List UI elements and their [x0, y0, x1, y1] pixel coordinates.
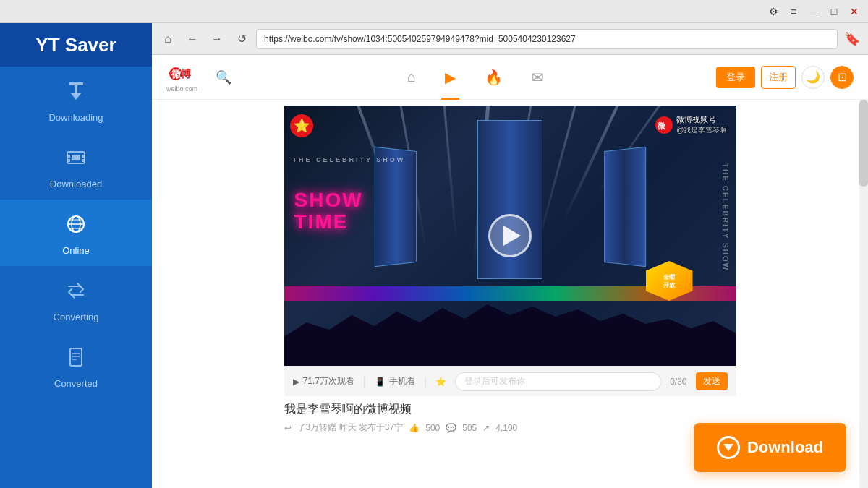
send-button[interactable]: 发送 — [696, 372, 728, 390]
weibo-exit-button[interactable]: ⊡ — [830, 66, 854, 89]
meta-share-icon: ↗ — [482, 423, 490, 433]
sidebar-item-downloading[interactable]: Downloading — [0, 67, 152, 133]
svg-rect-8 — [72, 155, 80, 160]
video-container: THE CELEBRITY SHOW SHOW TIME THE CELEBRI… — [284, 106, 736, 396]
sidebar: YT Saver Downloading — [0, 23, 152, 488]
weibo-nav-home[interactable]: ⌂ — [404, 55, 420, 100]
mobile-view[interactable]: 📱 手机看 — [375, 375, 415, 388]
meta-text: 了3万转赠 昨天 发布于37宁 — [297, 421, 404, 434]
refresh-button[interactable]: ↺ — [231, 29, 252, 49]
converting-label: Converting — [54, 312, 99, 322]
weibo-login-button[interactable]: 登录 — [716, 67, 755, 88]
browser-page: 微 博 weibo.com 🔍 ⌂ ▶ 🔥 ✉ 登录 注册 🌙 — [152, 55, 868, 488]
main-content: ⌂ ← → ↺ https://weibo.com/tv/show/1034:5… — [152, 23, 868, 488]
svg-rect-7 — [82, 159, 85, 162]
weibo-video-badge: 微 微博视频号 @我是李雪琴啊 — [655, 114, 727, 135]
video-meta: ↩ 了3万转赠 昨天 发布于37宁 👍 500 💬 505 ↗ 4,100 — [284, 421, 736, 434]
svg-text:微: 微 — [657, 121, 666, 130]
meta-likes: 500 — [425, 423, 440, 433]
video-controls: ▶ 71.7万次观看 | 📱 手机看 | ⭐ 登录后可 — [284, 366, 736, 396]
svg-rect-5 — [82, 155, 85, 158]
file-icon — [64, 346, 88, 374]
audience-silhouette — [284, 294, 736, 366]
weibo-register-button[interactable]: 注册 — [761, 66, 796, 89]
downloading-label: Downloading — [48, 112, 103, 123]
downloaded-label: Downloaded — [50, 179, 102, 189]
weibo-header: 微 博 weibo.com 🔍 ⌂ ▶ 🔥 ✉ 登录 注册 🌙 — [152, 55, 868, 100]
weibo-nav-video[interactable]: ▶ — [441, 55, 459, 100]
menu-icon[interactable]: ≡ — [786, 4, 801, 20]
sidebar-item-converting[interactable]: Converting — [0, 266, 152, 333]
app-body: YT Saver Downloading — [0, 23, 868, 488]
video-thumbnail[interactable]: THE CELEBRITY SHOW SHOW TIME THE CELEBRI… — [284, 106, 736, 366]
sidebar-item-downloaded[interactable]: Downloaded — [0, 133, 152, 200]
download-button[interactable]: Download — [694, 423, 846, 472]
convert-icon — [64, 279, 88, 307]
title-bar: ⚙ ≡ ─ □ ✕ — [0, 0, 868, 23]
meta-forward-icon: ↩ — [284, 423, 292, 433]
weibo-actions: 登录 注册 🌙 ⊡ — [716, 66, 854, 89]
minimize-button[interactable]: ─ — [806, 4, 822, 20]
browser-toolbar: ⌂ ← → ↺ https://weibo.com/tv/show/1034:5… — [152, 23, 868, 55]
weibo-search-button[interactable]: 🔍 — [212, 66, 235, 89]
view-count: ▶ 71.7万次观看 — [293, 375, 354, 388]
sidebar-item-online[interactable]: Online — [0, 200, 152, 266]
scrollbar[interactable] — [859, 100, 868, 488]
download-label: Download — [747, 438, 823, 457]
svg-marker-2 — [70, 93, 82, 100]
video-title: 我是李雪琴啊的微博视频 — [284, 402, 736, 417]
weibo-theme-button[interactable]: 🌙 — [801, 66, 825, 89]
download-arrow-icon — [64, 80, 88, 108]
forward-button[interactable]: → — [207, 29, 227, 49]
close-button[interactable]: ✕ — [846, 4, 862, 20]
weibo-nav-mail[interactable]: ✉ — [528, 55, 548, 100]
mobile-icon: 📱 — [375, 377, 386, 387]
comment-rating: ⭐ — [435, 377, 446, 387]
svg-rect-4 — [67, 155, 70, 158]
film-icon — [64, 146, 88, 174]
scrollbar-thumb[interactable] — [859, 100, 868, 187]
brand-logo: YT Saver — [0, 23, 152, 67]
svg-text:博: 博 — [181, 68, 191, 80]
meta-like-icon: 👍 — [409, 423, 420, 433]
back-button[interactable]: ← — [182, 29, 203, 49]
comment-count: 0/30 — [670, 377, 686, 387]
comment-input[interactable]: 登录后可发布你 — [455, 372, 661, 391]
weibo-url: weibo.com — [166, 85, 197, 93]
download-circle-icon — [717, 436, 740, 459]
play-icon: ▶ — [293, 377, 299, 387]
divider: | — [363, 375, 366, 388]
svg-rect-0 — [69, 82, 83, 85]
svg-rect-6 — [67, 159, 70, 162]
home-button[interactable]: ⌂ — [158, 29, 178, 49]
maximize-button[interactable]: □ — [826, 4, 842, 20]
meta-comments: 505 — [462, 423, 477, 433]
download-arrow-icon — [723, 444, 733, 451]
online-label: Online — [62, 245, 90, 256]
svg-rect-14 — [70, 348, 82, 366]
divider2: | — [424, 375, 427, 388]
weibo-logo: 微 博 weibo.com — [166, 62, 197, 93]
weibo-nav-hot[interactable]: 🔥 — [481, 55, 506, 100]
settings-icon[interactable]: ⚙ — [765, 4, 781, 20]
star-icon: ⭐ — [435, 377, 446, 387]
browser-content: THE CELEBRITY SHOW SHOW TIME THE CELEBRI… — [152, 100, 868, 488]
bookmark-icon[interactable]: 🔖 — [842, 29, 862, 49]
play-button[interactable] — [488, 214, 532, 257]
meta-comment-icon: 💬 — [446, 423, 456, 433]
converted-label: Converted — [54, 378, 98, 389]
weibo-nav: ⌂ ▶ 🔥 ✉ — [250, 55, 702, 100]
sidebar-item-converted[interactable]: Converted — [0, 333, 152, 399]
meta-shares: 4,100 — [495, 423, 517, 433]
address-bar[interactable]: https://weibo.com/tv/show/1034:500540259… — [256, 29, 838, 49]
play-triangle-icon — [503, 226, 521, 246]
globe-icon — [64, 213, 88, 241]
